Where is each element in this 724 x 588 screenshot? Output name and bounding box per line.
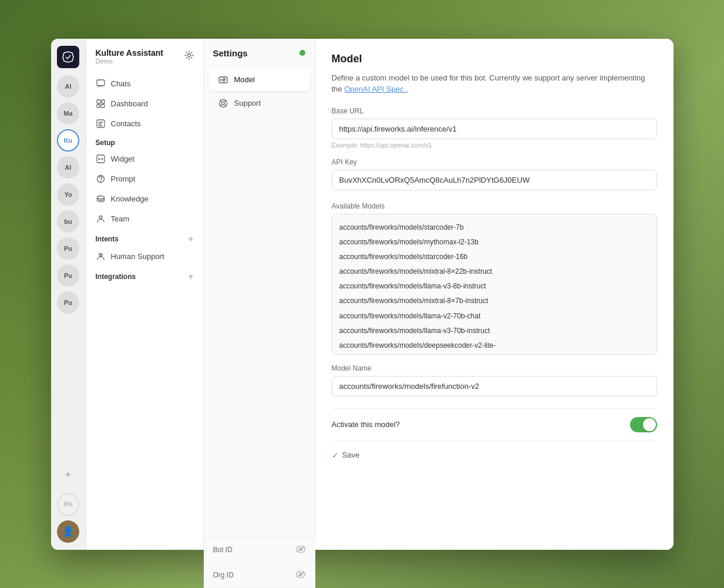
settings-title: Settings <box>213 48 248 58</box>
nav-item-human-support[interactable]: Human Support <box>86 247 203 267</box>
settings-item-model[interactable]: Model <box>208 69 310 91</box>
base-url-label: Base URL <box>332 107 657 115</box>
settings-gear-icon[interactable] <box>184 51 194 62</box>
nav-item-team[interactable]: Team <box>86 209 203 229</box>
nav-item-chats[interactable]: Chats <box>86 74 203 94</box>
model-item-2[interactable]: accounts/fireworks/models/starcoder-16b <box>339 250 649 264</box>
model-item-4[interactable]: accounts/fireworks/models/llama-v3-8b-in… <box>339 279 649 294</box>
avatar-bu[interactable]: bu <box>57 210 79 233</box>
api-key-input[interactable] <box>332 170 657 190</box>
base-url-hint: Example: https://api.openai.com/v1 <box>332 142 657 149</box>
bot-id-hide-icon[interactable] <box>295 545 306 550</box>
nav-label-knowledge: Knowledge <box>111 194 149 203</box>
human-support-icon <box>96 251 106 262</box>
page-description: Define a custom model to be used for thi… <box>332 72 657 95</box>
avatar-ma[interactable]: Ma <box>57 102 79 125</box>
nav-label-chats: Chats <box>111 79 131 88</box>
nav-label-human-support: Human Support <box>111 252 164 261</box>
page-title: Model <box>332 53 657 65</box>
avatar-al-1[interactable]: Al <box>57 75 79 98</box>
model-name-group: Model Name <box>332 364 657 399</box>
setup-section-header: Setup <box>86 134 203 149</box>
model-item-5[interactable]: accounts/fireworks/models/mixtral-8×7b-i… <box>339 294 649 308</box>
app-logo[interactable] <box>57 46 79 68</box>
models-list: accounts/fireworks/models/starcoder-7b a… <box>332 214 657 355</box>
nav-label-widget: Widget <box>111 154 134 163</box>
contacts-icon <box>96 119 106 129</box>
setup-label: Setup <box>96 139 115 147</box>
svg-rect-5 <box>101 105 105 107</box>
integrations-label: Integrations <box>96 273 136 281</box>
base-url-group: Base URL Example: https://api.openai.com… <box>332 107 657 149</box>
svg-rect-7 <box>97 155 105 163</box>
api-key-group: API Key <box>332 158 657 193</box>
support-icon <box>218 98 228 109</box>
progress-label: 0% <box>64 501 72 508</box>
model-item-8[interactable]: accounts/fireworks/models/deepseekcoder-… <box>339 338 649 353</box>
save-button[interactable]: Save <box>342 451 360 459</box>
chat-icon <box>96 79 106 89</box>
nav-label-contacts: Contacts <box>111 119 141 128</box>
settings-label-support: Support <box>234 99 261 107</box>
svg-point-9 <box>102 158 103 160</box>
user-avatar[interactable]: 👤 <box>57 520 79 543</box>
app-window: Al Ma Ku Al Yo bu Pu Pu Pu + 0% 👤 Kultur… <box>51 39 674 550</box>
status-indicator <box>299 50 305 56</box>
bot-id-label: Bot ID <box>213 546 233 550</box>
save-row: ✓ Save <box>332 451 657 460</box>
bot-id-row: Bot ID <box>204 537 315 550</box>
integrations-section-header: Integrations + <box>86 267 203 284</box>
nav-label-prompt: Prompt <box>111 174 136 183</box>
app-name: Kulture Assistant <box>96 48 163 58</box>
app-subtitle: Demo <box>96 58 163 65</box>
svg-point-11 <box>100 181 102 182</box>
model-item-3[interactable]: accounts/fireworks/models/mixtral-8×22b-… <box>339 264 649 279</box>
nav-label-team: Team <box>111 214 130 223</box>
nav-item-dashboard[interactable]: Dashboard <box>86 94 203 114</box>
available-models-label: Available Models <box>332 202 657 210</box>
add-workspace-button[interactable]: + <box>57 464 79 486</box>
available-models-group: Available Models accounts/fireworks/mode… <box>332 202 657 355</box>
model-item-7[interactable]: accounts/fireworks/models/llama-v3-70b-i… <box>339 324 649 338</box>
avatar-pu-3[interactable]: Pu <box>57 291 79 314</box>
avatar-pu-1[interactable]: Pu <box>57 237 79 260</box>
svg-rect-3 <box>102 100 105 103</box>
svg-point-8 <box>99 158 100 160</box>
openai-spec-link[interactable]: OpenAI API Spec . <box>344 85 408 93</box>
nav-item-knowledge[interactable]: Knowledge <box>86 189 203 209</box>
svg-point-0 <box>187 53 190 56</box>
svg-point-12 <box>97 196 105 199</box>
svg-rect-4 <box>97 105 100 107</box>
widget-icon <box>96 154 106 164</box>
settings-header: Settings <box>204 48 315 68</box>
api-key-label: API Key <box>332 158 657 166</box>
model-item-6[interactable]: accounts/fireworks/models/llama-v2-70b-c… <box>339 309 649 324</box>
save-check-icon: ✓ <box>332 451 339 460</box>
team-icon <box>96 214 106 224</box>
model-item-0[interactable]: accounts/fireworks/models/starcoder-7b <box>339 220 649 235</box>
nav-item-widget[interactable]: Widget <box>86 149 203 169</box>
nav-label-dashboard: Dashboard <box>111 99 149 108</box>
settings-item-support[interactable]: Support <box>208 92 310 115</box>
avatar-yo[interactable]: Yo <box>57 183 79 206</box>
svg-point-15 <box>100 254 102 256</box>
nav-item-prompt[interactable]: Prompt <box>86 169 203 189</box>
base-url-input[interactable] <box>332 119 657 139</box>
intents-label: Intents <box>96 235 119 243</box>
add-intent-button[interactable]: + <box>188 234 193 244</box>
svg-rect-1 <box>97 80 105 86</box>
settings-panel: Settings Model Suppo <box>204 39 315 550</box>
avatar-al-2[interactable]: Al <box>57 156 79 179</box>
avatar-pu-2[interactable]: Pu <box>57 264 79 287</box>
activate-toggle[interactable] <box>630 417 657 432</box>
nav-item-contacts[interactable]: Contacts <box>86 114 203 134</box>
avatar-ku[interactable]: Ku <box>57 129 79 152</box>
model-name-input[interactable] <box>332 376 657 397</box>
svg-point-19 <box>221 102 224 105</box>
model-name-label: Model Name <box>332 364 657 372</box>
prompt-icon <box>96 174 106 184</box>
model-item-1[interactable]: accounts/fireworks/models/mythomax-l2-13… <box>339 235 649 250</box>
settings-label-model: Model <box>234 75 255 84</box>
intents-section-header: Intents + <box>86 229 203 247</box>
add-integration-button[interactable]: + <box>188 271 193 282</box>
